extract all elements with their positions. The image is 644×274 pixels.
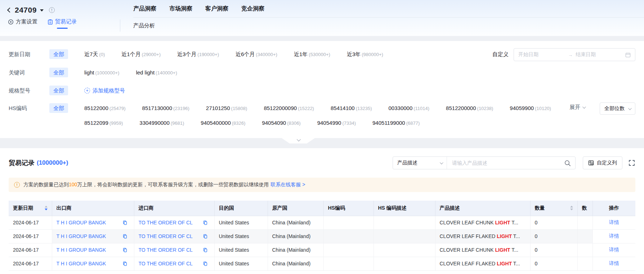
sort-update-date[interactable] (45, 206, 48, 210)
filter-row-update-date: 更新日期 全部 近7天(0)近1个月(29000+)近3个月(190000+)近… (9, 48, 635, 61)
cell-hs-code (323, 216, 374, 229)
importer-link[interactable]: TO THE ORDER OF CL (139, 233, 193, 239)
nav-item[interactable]: 产品洞察 (133, 5, 156, 13)
end-date-field[interactable]: 结束日期 (576, 51, 622, 58)
start-date-field[interactable]: 开始日期 (518, 51, 565, 58)
filter-option[interactable]: 近1个月(29000+) (121, 48, 161, 61)
exporter-link[interactable]: T H I GROUP BANGK (57, 261, 106, 266)
filter-all-chip[interactable]: 全部 (49, 68, 68, 77)
table-row: 2024-06-17 T H I GROUP BANGK TO THE ORDE… (9, 257, 635, 270)
cell-hs-code (323, 243, 374, 257)
back-icon[interactable] (7, 8, 12, 13)
filter-option[interactable]: 近6个月(340000+) (236, 48, 277, 61)
add-spec-button[interactable]: + 添加规格型号 (84, 85, 125, 97)
copy-icon[interactable] (122, 261, 128, 266)
copy-icon[interactable] (203, 220, 208, 225)
subnav-product-analysis[interactable]: 产品分析 (133, 22, 644, 29)
copy-icon[interactable] (203, 261, 208, 266)
sort-quantity[interactable] (570, 206, 573, 210)
hs-code-option[interactable]: 85122000(25479) (84, 102, 126, 115)
hs-code-option[interactable]: 85122000090(15222) (264, 102, 314, 115)
filter-all-chip[interactable]: 全部 (49, 86, 68, 95)
hs-code-option[interactable]: 94054990(7334) (317, 117, 356, 129)
filter-all-chip[interactable]: 全部 (49, 103, 68, 113)
exporter-link[interactable]: T H I GROUP BANGK (57, 247, 106, 253)
col-hs-desc: HS 编码描述 (374, 201, 435, 216)
col-destination: 目的国 (214, 201, 268, 216)
importer-link[interactable]: TO THE ORDER OF CL (139, 261, 193, 266)
tab-trade-records[interactable]: 贸易记录 (48, 18, 77, 28)
filter-option[interactable]: led light(140000+) (136, 67, 177, 79)
copy-icon[interactable] (122, 234, 128, 239)
search-field-select[interactable]: 产品描述 (393, 157, 447, 169)
collapse-filters-tab[interactable] (282, 138, 315, 143)
hs-code-option[interactable]: 94059900(10120) (510, 102, 551, 115)
importer-link[interactable]: TO THE ORDER OF CL (139, 247, 193, 253)
table-header-row: 更新日期 出口商 进口商 目的国 原产国 HS编码 HS 编码描述 产品描述 数… (9, 201, 635, 216)
copy-icon[interactable] (122, 220, 128, 225)
hs-code-option[interactable]: 94054090(8306) (262, 117, 300, 129)
records-title: 贸易记录 (9, 159, 35, 167)
hs-code-option[interactable]: 8512200000(10238) (446, 102, 493, 115)
banner-text: 方案的数据量已达到100万上限，将会影响数据的更新，可联系客服升级方案，或删除一… (23, 182, 305, 188)
hs-code-option[interactable]: 9405400000(8326) (201, 117, 245, 129)
contact-support-link[interactable]: 联系在线客服 > (270, 182, 305, 187)
cell-qty-truncated (577, 216, 592, 229)
filter-label: 关键词 (9, 67, 49, 79)
nav-item[interactable]: 竞企洞察 (241, 5, 264, 13)
chevron-down-icon (297, 137, 301, 141)
product-text: T... (512, 261, 520, 266)
copy-icon[interactable] (203, 247, 208, 253)
customize-columns-button[interactable]: 自定义列 (583, 156, 622, 169)
table-row: 2024-06-17 T H I GROUP BANGK TO THE ORDE… (9, 229, 635, 243)
banner-text-post: 万上限，将会影响数据的更新，可联系客服升级方案，或删除一些贸易数据以继续使用 (77, 182, 269, 187)
nav-item[interactable]: 市场洞察 (169, 5, 192, 13)
filter-all-chip[interactable]: 全部 (49, 49, 68, 59)
info-icon[interactable]: ! (49, 7, 55, 13)
detail-link[interactable]: 详情 (609, 219, 619, 225)
columns-gear-icon (588, 160, 594, 166)
hs-digits-label: 全部位数 (604, 105, 625, 112)
plan-id: 24709 (15, 6, 37, 14)
hs-code-option[interactable]: 85122099(9959) (84, 117, 123, 129)
banner-highlight: 100 (69, 182, 77, 187)
cell-destination: United States (214, 229, 268, 243)
expand-hs-button[interactable]: 展开 (569, 104, 585, 111)
hs-code-option[interactable]: 00330000(11014) (389, 102, 430, 115)
plan-dropdown-caret-icon[interactable] (40, 9, 44, 12)
filter-option[interactable]: light(1000000+) (84, 67, 119, 79)
filter-option[interactable]: 近7天(0) (84, 48, 105, 61)
quota-warning-banner: ! 方案的数据量已达到100万上限，将会影响数据的更新，可联系客服升级方案，或删… (9, 178, 635, 192)
hs-code-option[interactable]: 94051199000(6877) (372, 117, 420, 129)
hs-code-option[interactable]: 8517130000(23196) (142, 102, 189, 115)
filter-option[interactable]: 近3年(980000+) (347, 48, 383, 61)
hs-code-option[interactable]: 85414100(13235) (331, 102, 372, 115)
importer-link[interactable]: TO THE ORDER OF CL (139, 220, 193, 225)
detail-link[interactable]: 详情 (609, 233, 619, 239)
exporter-link[interactable]: T H I GROUP BANGK (57, 233, 106, 239)
header-nav-area: 产品洞察市场洞察客户洞察竞企洞察 产品分析 (120, 0, 644, 36)
cell-action: 详情 (592, 229, 635, 243)
search-icon[interactable] (564, 160, 571, 166)
filter-option[interactable]: 近3个月(190000+) (177, 48, 219, 61)
hs-digits-select[interactable]: 全部位数 (600, 102, 635, 115)
search-input[interactable] (447, 157, 560, 169)
fullscreen-icon[interactable] (628, 159, 635, 166)
custom-date-label[interactable]: 自定义 (492, 48, 509, 60)
col-quantity: 数量 (530, 201, 577, 216)
cell-hs-code (323, 229, 374, 243)
hs-code-option[interactable]: 3304990000(9681) (139, 117, 184, 129)
hs-code-option[interactable]: 27101250(15808) (206, 102, 247, 115)
detail-link[interactable]: 详情 (609, 260, 619, 266)
copy-icon[interactable] (122, 247, 128, 253)
copy-icon[interactable] (203, 234, 208, 239)
detail-link[interactable]: 详情 (609, 247, 619, 252)
add-spec-label: 添加规格型号 (93, 85, 125, 97)
tab-plan-settings[interactable]: 方案设置 (8, 18, 37, 28)
date-range-picker[interactable]: 开始日期 → 结束日期 (514, 48, 635, 61)
exporter-link[interactable]: T H I GROUP BANGK (57, 220, 106, 225)
nav-item[interactable]: 客户洞察 (205, 5, 228, 13)
filter-option[interactable]: 近1年(530000+) (294, 48, 330, 61)
col-qty-truncated: 数 (577, 201, 592, 216)
product-text: T... (510, 247, 518, 253)
